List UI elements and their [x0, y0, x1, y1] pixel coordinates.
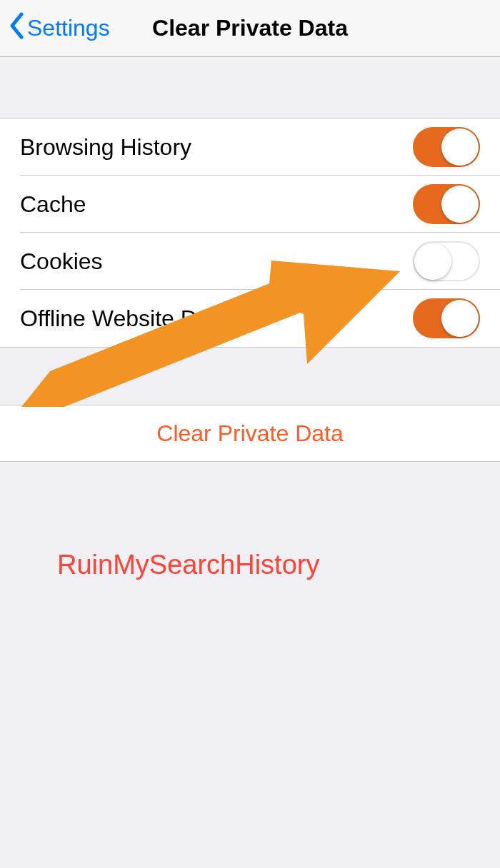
chevron-left-icon	[9, 12, 24, 45]
option-label: Cache	[20, 191, 86, 218]
option-label: Cookies	[20, 248, 103, 275]
option-label: Offline Website Data	[20, 306, 229, 332]
option-browsing-history: Browsing History	[0, 118, 500, 176]
clear-button-label: Clear Private Data	[156, 420, 343, 447]
spacer	[0, 57, 500, 118]
option-label: Browsing History	[20, 134, 191, 161]
toggle-cache[interactable]	[413, 184, 480, 224]
navbar: Settings Clear Private Data	[0, 0, 500, 57]
toggle-offline-website-data[interactable]	[413, 298, 480, 338]
option-offline-website-data: Offline Website Data	[0, 290, 500, 347]
clear-private-data-button[interactable]: Clear Private Data	[0, 405, 500, 462]
back-label: Settings	[27, 15, 110, 41]
spacer	[0, 348, 500, 405]
option-cookies: Cookies	[0, 233, 500, 290]
option-cache: Cache	[0, 176, 500, 233]
back-button[interactable]: Settings	[9, 12, 110, 45]
watermark-text: RuinMySearchHistory	[57, 550, 319, 580]
toggle-browsing-history[interactable]	[413, 127, 480, 167]
options-list: Browsing History Cache Cookies Offline W…	[0, 118, 500, 348]
toggle-cookies[interactable]	[413, 241, 480, 281]
